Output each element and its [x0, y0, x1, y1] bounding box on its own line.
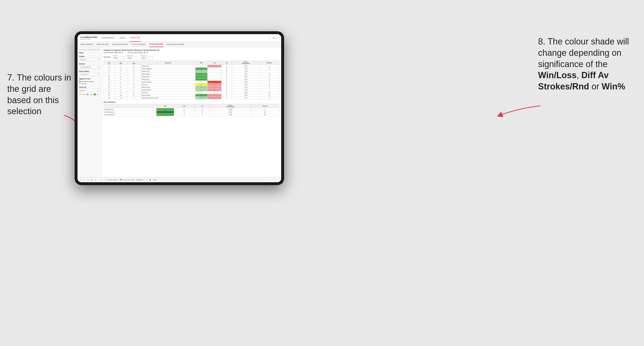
legend-dot-down [79, 93, 81, 95]
gender-select[interactable]: Women's ▾ [79, 58, 100, 61]
gender-section: Gender Women's ▾ [79, 55, 100, 61]
app-logo: SCOREBOARD [80, 36, 97, 38]
clock-button[interactable]: ◷ [100, 179, 103, 181]
opponent-select[interactable]: (All) ▾ [141, 56, 153, 59]
subnav-team-h2h-heatmap[interactable]: TEAM H2H HEATMAP [112, 42, 128, 47]
col-tie: Tie [222, 61, 232, 65]
col-conf: #Conf [127, 61, 140, 65]
filters-row: Opponents: Region (All) ▾ Conference (Al… [104, 55, 279, 59]
chevron-down-icon: ▾ [98, 59, 99, 60]
undo-button[interactable]: ↩ [80, 179, 82, 181]
left-sidebar: Last Updated: 27/03/2024 16:55:38 Player… [78, 47, 102, 177]
subnav-team-h2h-grid[interactable]: TEAM H2H GRID [96, 42, 109, 47]
chevron-down-icon4: ▾ [98, 89, 99, 91]
toolbar-sep [104, 178, 105, 181]
annotation-right: 8. The colour shade will change dependin… [538, 36, 630, 92]
division-record-label: Division Record: 331 - 34 - 6 [128, 52, 147, 53]
table-row: 10 6 3 Andrea York 2 0 4.00 4 [104, 75, 279, 78]
conference-filter: Conference (All) ▾ [127, 55, 139, 59]
app-logo-sub: Powered by clippd [80, 38, 97, 40]
legend-label-down: Down [82, 94, 86, 95]
col-diff: Diff AvStrokes/Rnd [232, 61, 260, 65]
ood-table-row: NCAA Division 2 5 0 0 7.400 10 [104, 114, 279, 116]
ood-col-win: Win [156, 104, 174, 108]
tablet-device: SCOREBOARD Powered by clippd TOURNAMENTS… [75, 31, 284, 185]
legend-dot-up [94, 93, 96, 95]
sign-out-button[interactable]: Sign out [272, 37, 278, 39]
logo-area: SCOREBOARD Powered by clippd [80, 36, 97, 40]
table-row: 14 7 4 Eunice Yi 2 2 0 0.38 9 [104, 83, 279, 86]
separator-icon: | [269, 37, 270, 39]
player-rank-label: Player (Rank) [79, 70, 100, 72]
chevron-down-icon2: ▾ [98, 66, 99, 68]
redo-button[interactable]: ↪ [83, 179, 86, 181]
opponent-view-label: Opponent view [79, 78, 100, 80]
table-row: 16 1 1 Jessica Mason 1 2 0 -0.94 [104, 89, 279, 91]
save-custom-view-button[interactable]: 💾 Save Custom View [119, 179, 135, 181]
division-label: Division [79, 63, 100, 65]
col-div: #Div [104, 61, 115, 65]
player-rank-section: Player (Rank) 8. Katelyn Vo ▾ [79, 70, 100, 76]
radio-dot-1 [79, 81, 81, 82]
subnav-team-summary[interactable]: TEAM SUMMARY [80, 42, 93, 47]
radio-dot-2 [79, 83, 81, 84]
grid-area: Katelyn Vo Head-to-Head Grid for Women's… [102, 47, 281, 177]
region-select[interactable]: (All) ▾ [113, 56, 125, 59]
out-of-division-header: Out of division [104, 101, 279, 103]
ood-col-tie: Tie [194, 104, 210, 108]
gender-label: Gender [79, 55, 100, 57]
watch-button[interactable]: ◉ Watch ▾ [136, 179, 144, 181]
dot-button: · [98, 179, 100, 181]
col-opponent: Opponent [140, 61, 195, 65]
nav-committee[interactable]: COMMITTEE [130, 34, 140, 42]
subnav-player-summary[interactable]: PLAYER SUMMARY [132, 42, 146, 47]
col-reg: #Reg [114, 61, 127, 65]
cut-button[interactable]: ✂ [94, 179, 96, 181]
colour-by-select[interactable]: Win/loss ▾ [79, 89, 100, 92]
share-icon[interactable]: ⬡ [145, 179, 148, 181]
subnav-player-h2h-grid[interactable]: PLAYER H2H GRID [149, 42, 164, 47]
main-nav: TOURNAMENTS TEAMS COMMITTEE [101, 34, 269, 42]
table-row: 13 1 1 Jessica Huang 0 1 0 -3.00 2 [104, 81, 279, 83]
col-loss: Loss [207, 61, 221, 65]
chevron-down-icon3: ▾ [98, 74, 99, 75]
table-row: 6 3 3 Sydney Kuo 1 0 -1.00 [104, 70, 279, 73]
radio-opponents-played[interactable]: Opponents Played [79, 81, 100, 82]
colour-by-label: Colour by [79, 86, 100, 88]
grid-button[interactable]: ⊞ [90, 179, 93, 181]
view-original-button[interactable]: 👁 View: Original [106, 179, 118, 181]
conference-select[interactable]: (All) ▾ [127, 56, 139, 59]
share-button[interactable]: Share [152, 179, 158, 181]
bottom-toolbar: ↩ ↪ ↩ ⊞ ✂ · ◷ 👁 View: Original 💾 Save Cu… [78, 177, 281, 182]
header-right: | Sign out [269, 37, 278, 39]
nav-tournaments[interactable]: TOURNAMENTS [101, 34, 115, 42]
colour-by-section: Colour by Win/loss ▾ Down Level Up [79, 86, 100, 95]
table-row: 19 10 6 Emily Chang 4 1 0 0.30 11 [104, 94, 279, 97]
opponent-view-section: Opponent view Opponents Played Top 100 [79, 78, 100, 84]
subnav-player-h2h-heatmap[interactable]: PLAYER H2H HEATMAP [166, 42, 184, 47]
legend-label-level: Level [90, 94, 93, 95]
nav-teams[interactable]: TEAMS [119, 34, 126, 42]
legend-label-up: Up [97, 94, 98, 95]
radio-top100[interactable]: Top 100 [79, 83, 100, 84]
undo2-button[interactable]: ↩ [87, 179, 89, 181]
ood-table: Win Loss Tie Diff AvStrokes/Rnd Rounds F… [104, 104, 279, 116]
overall-record-label: Overall Record: 353 - 34 - 6 [104, 52, 123, 53]
table-row: 20 11 7 Federica Domecq Lacroze 2 1 0 1.… [104, 97, 279, 99]
legend-dot-level [86, 93, 88, 95]
export-icon[interactable]: ⬢ [149, 179, 152, 181]
region-filter: Region (All) ▾ [113, 55, 125, 59]
player-rank-select[interactable]: 8. Katelyn Vo ▾ [79, 73, 100, 76]
main-data-table: #Div #Reg #Conf Opponent Win Loss Tie Di… [104, 61, 279, 99]
grid-title: Katelyn Vo Head-to-Head Grid for Women's… [104, 49, 279, 51]
col-win: Win [195, 61, 207, 65]
arrow-right [495, 101, 543, 120]
col-rounds: Rounds [260, 61, 279, 65]
ood-col-diff: Diff AvStrokes/Rnd [210, 104, 250, 108]
table-row: 3 1 1 Esther Lee 0 1 1.50 4 [104, 65, 279, 68]
table-row: 5 2 2 Alexis Sudjianto 1 0 4.00 3 [104, 68, 279, 70]
app-header: SCOREBOARD Powered by clippd TOURNAMENTS… [78, 34, 281, 42]
last-updated: Last Updated: 27/03/2024 16:55:38 [79, 49, 100, 50]
ood-table-row: NAIA Division 1 15 0 0 9.267 30 [104, 111, 279, 114]
division-select[interactable]: NCAA Division III ▾ [79, 65, 100, 69]
